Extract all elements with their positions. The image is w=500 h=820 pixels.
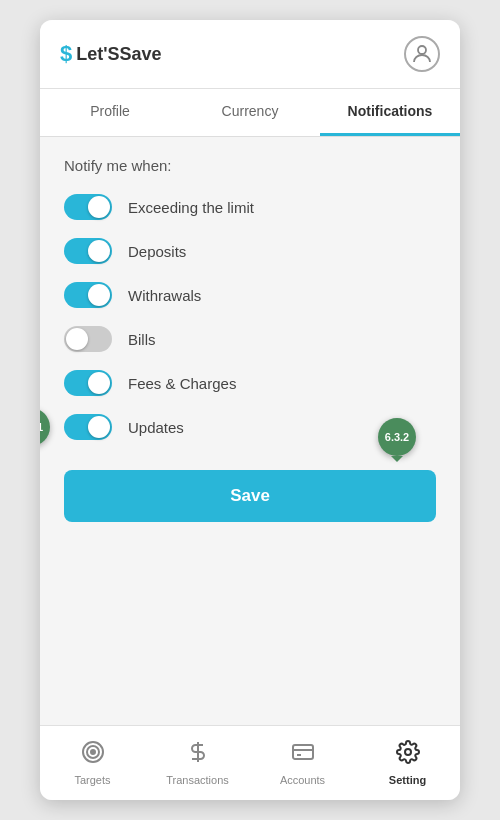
svg-rect-5 (293, 745, 313, 759)
toggle-withdrawals[interactable] (64, 282, 112, 308)
toggle-deposits[interactable] (64, 238, 112, 264)
nav-item-accounts[interactable]: Accounts (250, 734, 355, 792)
nav-item-setting[interactable]: Setting (355, 734, 460, 792)
toggle-row-bills: Bills (64, 326, 436, 352)
toggle-label-bills: Bills (128, 331, 156, 348)
toggle-updates[interactable] (64, 414, 112, 440)
nav-label-accounts: Accounts (280, 774, 325, 786)
logo-dollar: $ (60, 43, 72, 65)
toggle-fees[interactable] (64, 370, 112, 396)
toggle-label-withdrawals: Withrawals (128, 287, 201, 304)
card-icon (291, 740, 315, 770)
nav-item-targets[interactable]: Targets (40, 734, 145, 792)
tabs-bar: Profile Currency Notifications (40, 89, 460, 137)
annotation-631: 6.3.1 (40, 408, 50, 446)
target-icon (81, 740, 105, 770)
nav-label-setting: Setting (389, 774, 426, 786)
toggle-knob-withdrawals (88, 284, 110, 306)
toggle-label-deposits: Deposits (128, 243, 186, 260)
nav-item-transactions[interactable]: Transactions (145, 734, 250, 792)
svg-point-0 (418, 46, 426, 54)
toggle-row-exceeding: Exceeding the limit (64, 194, 436, 220)
logo-text: Let'SSave (76, 44, 161, 65)
dollar-icon (186, 740, 210, 770)
toggle-list: Exceeding the limit Deposits Withrawals … (64, 194, 436, 440)
logo: $ Let'SSave (60, 43, 162, 65)
toggle-knob-updates (88, 416, 110, 438)
gear-icon (396, 740, 420, 770)
nav-label-targets: Targets (74, 774, 110, 786)
phone-container: $ Let'SSave Profile Currency Notificatio… (40, 20, 460, 800)
toggle-label-exceeding: Exceeding the limit (128, 199, 254, 216)
notify-heading: Notify me when: (64, 157, 436, 174)
toggle-knob-bills (66, 328, 88, 350)
toggle-knob-fees (88, 372, 110, 394)
tab-notifications[interactable]: Notifications (320, 89, 460, 136)
toggle-row-fees: Fees & Charges (64, 370, 436, 396)
toggle-knob-exceeding (88, 196, 110, 218)
user-avatar[interactable] (404, 36, 440, 72)
tab-profile[interactable]: Profile (40, 89, 180, 136)
content-area: Notify me when: Exceeding the limit Depo… (40, 137, 460, 725)
nav-label-transactions: Transactions (166, 774, 229, 786)
toggle-row-deposits: Deposits (64, 238, 436, 264)
save-button-wrapper: 6.3.2 Save (64, 470, 436, 522)
toggle-label-fees: Fees & Charges (128, 375, 236, 392)
toggle-knob-deposits (88, 240, 110, 262)
toggle-label-updates: Updates (128, 419, 184, 436)
toggle-exceeding[interactable] (64, 194, 112, 220)
svg-point-3 (91, 750, 95, 754)
toggle-bills[interactable] (64, 326, 112, 352)
annotation-632: 6.3.2 (378, 418, 416, 456)
bottom-nav: Targets Transactions Accounts (40, 725, 460, 800)
save-button[interactable]: Save (64, 470, 436, 522)
toggle-row-withdrawals: Withrawals (64, 282, 436, 308)
svg-point-8 (405, 749, 411, 755)
tab-currency[interactable]: Currency (180, 89, 320, 136)
header: $ Let'SSave (40, 20, 460, 89)
